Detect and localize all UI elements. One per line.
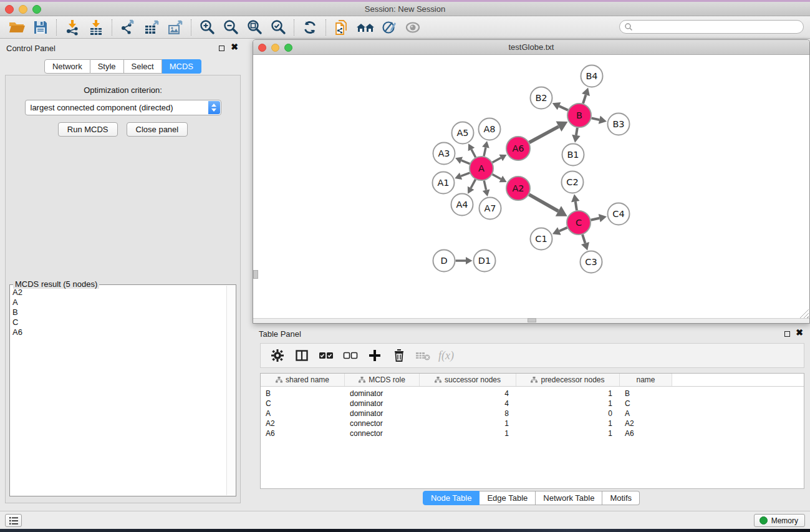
mcds-result-item[interactable]: B [12, 307, 226, 317]
toggle-graphics-details-button[interactable] [401, 18, 425, 37]
memory-button[interactable]: Memory [754, 514, 805, 527]
search-input[interactable] [633, 22, 803, 32]
float-table-panel-icon[interactable] [784, 331, 790, 337]
table-cell[interactable]: 8 [420, 409, 516, 418]
close-panel-icon[interactable]: ✖ [231, 42, 238, 51]
table-row[interactable]: A2connector11A2 [261, 418, 804, 428]
tab-edge-table[interactable]: Edge Table [480, 491, 536, 505]
vertical-scroll-handle[interactable] [253, 270, 258, 279]
tab-network[interactable]: Network [44, 59, 90, 74]
table-cell[interactable]: A [620, 409, 672, 418]
column-header-MCDS-role[interactable]: MCDS role [345, 374, 420, 386]
create-column-button[interactable] [365, 346, 384, 365]
network-canvas[interactable]: B4B2BB3B1C2A5A8A6A3AA1A2A4A7CC4C1C3DD1 [253, 55, 809, 319]
zoom-fit-button[interactable] [243, 18, 266, 37]
delete-table-button[interactable] [414, 346, 433, 365]
mcds-panel: Optimization criterion: largest connecte… [5, 75, 241, 503]
run-mcds-button[interactable]: Run MCDS [58, 122, 118, 137]
window-title: Session: New Session [0, 4, 810, 14]
mcds-result-item[interactable]: A6 [12, 327, 226, 337]
table-cell[interactable]: 1 [420, 418, 516, 428]
table-cell[interactable]: 4 [420, 389, 516, 399]
tab-select[interactable]: Select [124, 59, 162, 74]
column-header-name[interactable]: name [620, 374, 672, 386]
table-row[interactable]: Cdominator41C [261, 399, 804, 409]
table-cell[interactable]: dominator [345, 399, 420, 409]
table-cell[interactable]: A6 [620, 428, 672, 438]
table-cell[interactable]: dominator [345, 409, 420, 418]
table-cell[interactable]: 0 [516, 409, 620, 418]
table-row[interactable]: Bdominator41B [261, 389, 804, 399]
toolbar-separator [191, 19, 191, 36]
table-row[interactable]: A6connector11A6 [261, 428, 804, 438]
table-settings-button[interactable] [268, 346, 287, 365]
export-image-button[interactable] [163, 18, 187, 37]
open-session-button[interactable] [5, 18, 29, 37]
network-overview-button[interactable] [354, 18, 377, 37]
graph-node-label: C3 [585, 257, 597, 267]
table-cell[interactable]: C [261, 399, 345, 409]
table-cell[interactable]: A6 [261, 428, 345, 438]
tab-mcds[interactable]: MCDS [162, 59, 201, 74]
result-scrollbar[interactable] [226, 286, 235, 495]
zoom-fit-icon [246, 19, 263, 36]
export-network-button[interactable] [116, 18, 140, 37]
duplicate-network-button[interactable] [330, 18, 354, 37]
table-cell[interactable]: 4 [420, 399, 516, 409]
mcds-result-box: MCDS result (5 nodes) A2ABCA6 [9, 284, 236, 496]
graph-node-label: A7 [484, 203, 496, 213]
search-icon [624, 22, 633, 31]
show-columns-button[interactable] [292, 346, 311, 365]
table-cell[interactable]: 1 [516, 389, 620, 399]
table-cell[interactable]: 1 [516, 418, 620, 428]
table-cell[interactable]: B [261, 389, 345, 399]
zoom-in-button[interactable] [195, 18, 219, 37]
mcds-result-item[interactable]: A [12, 297, 226, 307]
optimization-criterion-label: Optimization criterion: [6, 85, 240, 95]
table-cell[interactable]: connector [345, 418, 420, 428]
criterion-select[interactable]: largest connected component (directed) [25, 100, 221, 115]
deselect-all-columns-button[interactable] [341, 346, 360, 365]
table-cell[interactable]: 1 [516, 399, 620, 409]
annotation-mode-button[interactable] [377, 18, 401, 37]
toolbar-separator [56, 19, 57, 36]
function-builder-icon[interactable]: f(x) [438, 349, 454, 362]
tab-motifs[interactable]: Motifs [602, 491, 640, 505]
zoom-selected-button[interactable] [266, 18, 290, 37]
delete-column-button[interactable] [390, 346, 408, 365]
mcds-result-item[interactable]: A2 [12, 288, 226, 297]
tab-node-table[interactable]: Node Table [423, 491, 480, 505]
close-table-panel-icon[interactable]: ✖ [796, 328, 803, 337]
plus-icon [369, 349, 381, 362]
zoom-out-button[interactable] [219, 18, 243, 37]
float-panel-icon[interactable] [219, 46, 224, 51]
import-network-button[interactable] [60, 18, 84, 37]
table-row[interactable]: Adominator80A [261, 409, 804, 418]
column-header-shared-name[interactable]: shared name [261, 374, 345, 386]
horizontal-scroll-handle[interactable] [528, 318, 536, 322]
table-cell[interactable]: A2 [261, 418, 345, 428]
table-cell[interactable]: A [261, 409, 345, 418]
table-cell[interactable]: A2 [620, 418, 672, 428]
select-all-columns-button[interactable] [317, 346, 335, 365]
task-history-button[interactable] [5, 514, 22, 527]
table-cell[interactable]: B [620, 389, 672, 399]
column-header-predecessor-nodes[interactable]: predecessor nodes [516, 374, 620, 386]
table-cell[interactable]: dominator [345, 389, 420, 399]
table-cell[interactable]: 1 [420, 428, 516, 438]
table-cell[interactable]: C [620, 399, 672, 409]
import-network-icon [64, 19, 80, 36]
node-table: shared nameMCDS rolesuccessor nodesprede… [260, 373, 804, 489]
import-table-button[interactable] [84, 18, 108, 37]
close-panel-button[interactable]: Close panel [127, 122, 188, 137]
mcds-result-list[interactable]: A2ABCA6 [12, 288, 226, 495]
mcds-result-item[interactable]: C [12, 317, 226, 327]
export-table-button[interactable] [140, 18, 163, 37]
table-cell[interactable]: connector [345, 428, 420, 438]
tab-network-table[interactable]: Network Table [536, 491, 602, 505]
refresh-button[interactable] [298, 18, 322, 37]
save-session-button[interactable] [29, 18, 52, 37]
column-header-successor-nodes[interactable]: successor nodes [420, 374, 516, 386]
table-cell[interactable]: 1 [516, 428, 620, 438]
tab-style[interactable]: Style [90, 59, 124, 74]
